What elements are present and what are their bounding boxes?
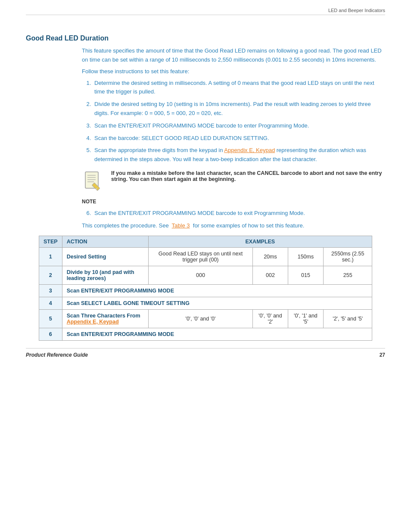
row2-ex4: 255 [324,266,372,284]
footer-page-number: 27 [380,352,385,358]
row4-action: Scan SELECT LABEL GONE TIMEOUT SETTING [62,297,372,309]
row2-ex1: 000 [148,266,253,284]
th-action: ACTION [62,236,148,247]
th-step: STEP [39,236,62,247]
row2-ex2: 002 [253,266,288,284]
row3-action: Scan ENTER/EXIT PROGRAMMING MODE [62,284,372,297]
table-intro: This completes the procedure. See Table … [82,222,385,229]
note-bold-text: If you make a mistake before the last ch… [111,170,382,182]
row2-ex3: 015 [288,266,324,284]
row5-ex2: '0', '0' and '2' [253,309,288,328]
step-1: Determine the desired setting in millise… [93,79,385,97]
step-6: Scan the ENTER/EXIT PROGRAMMING MODE bar… [93,209,385,218]
row4-step: 4 [39,297,62,309]
note-content: If you make a mistake before the last ch… [111,170,385,182]
step-2: Divide the desired setting by 10 (settin… [93,100,385,118]
table-row-5: 5 Scan Three Characters From Appendix E,… [39,309,372,328]
row1-ex4: 2550ms (2.55 sec.) [324,247,372,266]
note-box: If you make a mistake before the last ch… [82,170,385,193]
table3-link[interactable]: Table 3 [172,222,190,229]
row6-action: Scan ENTER/EXIT PROGRAMMING MODE [62,328,372,340]
appendix-link[interactable]: Appendix E, Keypad [224,147,275,153]
row2-step: 2 [39,266,62,284]
step-5: Scan the appropriate three digits from t… [93,146,385,164]
note-icon [82,170,104,193]
row1-step: 1 [39,247,62,266]
row3-step: 3 [39,284,62,297]
row1-ex3: 150ms [288,247,324,266]
table-row-6: 6 Scan ENTER/EXIT PROGRAMMING MODE [39,328,372,340]
row5-appendix-link[interactable]: Appendix E, Keypad [67,319,119,325]
row5-ex1: '0', '0' and '0' [148,309,253,328]
table-row-4: 4 Scan SELECT LABEL GONE TIMEOUT SETTING [39,297,372,309]
table-row-3: 3 Scan ENTER/EXIT PROGRAMMING MODE [39,284,372,297]
footer-guide-name: Product Reference Guide [26,352,88,358]
page-header-label: LED and Beeper Indicators [26,8,385,15]
row6-step: 6 [39,328,62,340]
examples-table: STEP ACTION EXAMPLES 1 Desired Setting G… [39,236,372,341]
row1-ex2: 20ms [253,247,288,266]
steps-list-continued: Scan the ENTER/EXIT PROGRAMMING MODE bar… [93,209,385,218]
intro-text: This feature specifies the amount of tim… [82,47,385,65]
page-footer: Product Reference Guide 27 [26,348,385,358]
follow-text: Follow these instructions to set this fe… [82,68,385,75]
step-3: Scan the ENTER/EXIT PROGRAMMING MODE bar… [93,121,385,131]
row5-step: 5 [39,309,62,328]
row5-action: Scan Three Characters From Appendix E, K… [62,309,148,328]
row2-action: Divide by 10 (and pad with leading zeroe… [62,266,148,284]
row5-ex4: '2', '5' and '5' [324,309,372,328]
step-4: Scan the barcode: SELECT GOOD READ LED D… [93,134,385,143]
row5-ex3: '0', '1' and '5' [288,309,324,328]
row5-action-text: Scan Three Characters From [67,313,140,319]
th-examples: EXAMPLES [148,236,372,247]
section-title: Good Read LED Duration [26,34,385,42]
table-row-2: 2 Divide by 10 (and pad with leading zer… [39,266,372,284]
row1-ex1: Good Read LED stays on until next trigge… [148,247,253,266]
steps-list: Determine the desired setting in millise… [93,79,385,164]
row1-action: Desired Setting [62,247,148,266]
table-row-header: 1 Desired Setting Good Read LED stays on… [39,247,372,266]
note-label: NOTE [82,199,385,205]
